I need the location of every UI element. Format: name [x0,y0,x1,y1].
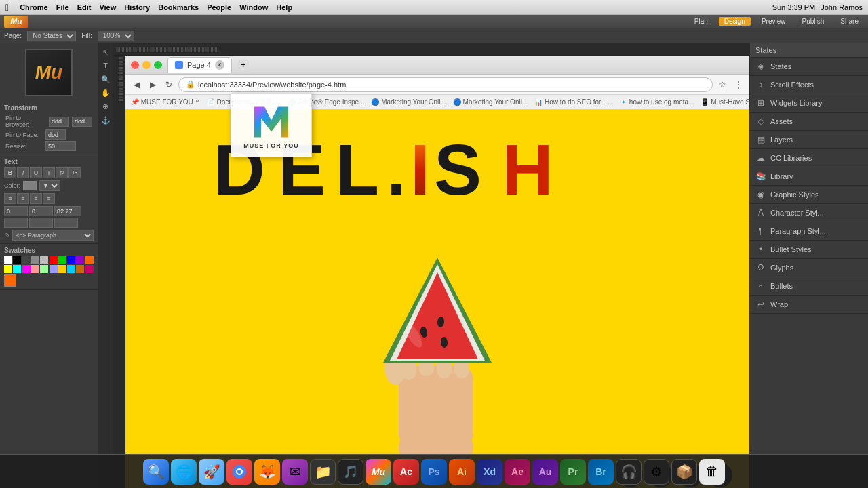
right-panel-item-glyphs[interactable]: ΩGlyphs [750,259,868,277]
dock-music[interactable]: 🎵 [338,459,363,485]
swatch-item[interactable] [58,265,66,273]
bookmark-marketing1[interactable]: 🔵 Marketing Your Onli... [370,98,447,106]
right-panel-item-states[interactable]: ◈States [750,58,868,76]
swatch-item[interactable] [58,256,66,264]
pin-browser-x-input[interactable] [49,117,69,127]
right-panel-item-character-styl...[interactable]: ACharacter Styl... [750,204,868,222]
dock-premiere[interactable]: Pr [560,459,586,485]
select-tool[interactable]: ↖ [100,46,112,58]
dock-audition[interactable]: Au [532,459,558,485]
right-panel-item-cc-libraries[interactable]: ☁CC Libraries [750,149,868,167]
right-panel-item-widgets-library[interactable]: ⊞Widgets Library [750,94,868,113]
right-panel-item-assets[interactable]: ◇Assets [750,113,868,131]
color-swatch[interactable] [23,181,37,190]
crop-tool[interactable]: ⊕ [100,100,112,113]
menu-bookmarks[interactable]: Bookmarks [158,3,199,12]
chrome-settings-btn[interactable]: ⋮ [732,78,745,92]
swatch-item[interactable] [50,256,58,264]
nav-back-btn[interactable]: ◀ [130,78,143,92]
tab-design[interactable]: Design [719,17,751,26]
menu-view[interactable]: View [99,3,116,12]
active-swatch[interactable] [4,274,16,287]
nav-forward-btn[interactable]: ▶ [146,78,159,92]
page-select[interactable]: No States [27,30,76,41]
menu-help[interactable]: Help [276,3,292,12]
swatch-item[interactable] [85,265,94,273]
text-sup-btn[interactable]: T² [56,167,68,178]
align-center-btn[interactable]: ≡ [17,193,29,204]
menu-people[interactable]: People [207,3,231,12]
tab-publish[interactable]: Publish [797,17,830,26]
text-style-btn[interactable]: T [43,167,55,178]
swatch-item[interactable] [22,265,31,273]
window-max-btn[interactable] [154,61,162,69]
indent-input[interactable] [4,218,28,228]
color-select[interactable]: ▼ [39,180,60,191]
right-panel-item-graphic-styles[interactable]: ◉Graphic Styles [750,186,868,204]
right-panel-item-scroll-effects[interactable]: ↕Scroll Effects [750,76,868,94]
dock-archive[interactable]: 📦 [671,459,697,485]
dock-safari[interactable]: 🌐 [171,459,197,485]
bookmark-marketing2[interactable]: 🔵 Marketing Your Onli... [452,98,529,106]
hand-tool[interactable]: ✋ [100,87,112,99]
swatch-item[interactable] [4,256,12,264]
chrome-tab-page4[interactable]: Page 4 ✕ [167,57,232,73]
resize-input[interactable] [45,141,76,151]
tab-plan[interactable]: Plan [689,17,713,26]
zoom-tool[interactable]: 🔍 [100,73,112,85]
dock-launchpad[interactable]: 🚀 [199,459,224,485]
text-italic-btn[interactable]: I [17,167,29,178]
swatch-item[interactable] [50,265,58,273]
chrome-tab-close-btn[interactable]: ✕ [215,60,224,70]
swatch-item[interactable] [67,265,75,273]
right-panel-item-bullet-styles[interactable]: •Bullet Styles [750,241,868,259]
font-size-input[interactable] [54,206,81,216]
window-close-btn[interactable] [131,61,139,69]
line-height-input[interactable] [4,206,28,216]
menu-window[interactable]: Window [239,3,268,12]
text-tool[interactable]: T [100,60,112,72]
swatch-item[interactable] [4,265,12,273]
bookmark-og[interactable]: 🔹 how to use og meta... [618,98,695,106]
align-right-btn[interactable]: ≡ [30,193,42,204]
menu-edit[interactable]: Edit [77,3,92,12]
swatch-item[interactable] [76,256,84,264]
swatch-item[interactable] [13,256,21,264]
swatch-item[interactable] [67,256,75,264]
apple-menu[interactable]:  [5,2,9,13]
url-bar[interactable]: 🔒 localhost:33334/Preview/website/page-4… [178,77,713,92]
dock-finder[interactable]: 🔍 [143,459,169,485]
right-panel-item-bullets[interactable]: ◦Bullets [750,277,868,296]
pin-page-input[interactable] [45,129,66,140]
menu-history[interactable]: History [124,3,150,12]
dock-mail[interactable]: ✉ [282,459,308,485]
swatch-item[interactable] [13,265,21,273]
tab-preview[interactable]: Preview [756,17,791,26]
letter-spacing-input[interactable] [29,206,53,216]
paragraph-style-select[interactable]: <p> Paragraph [12,230,94,241]
swatch-item[interactable] [40,256,48,264]
right-panel-item-layers[interactable]: ▤Layers [750,131,868,149]
dock-bridge[interactable]: Br [588,459,614,485]
dock-firefox[interactable]: 🦊 [254,459,280,485]
bookmark-social[interactable]: 📱 Must-Have Social M... [699,98,749,106]
align-left-btn[interactable]: ≡ [4,193,16,204]
dock-aftereffects[interactable]: Ae [505,459,530,485]
swatch-item[interactable] [85,256,94,264]
dock-chrome[interactable] [226,459,252,485]
star-btn[interactable]: ☆ [715,78,729,92]
text-underline-btn[interactable]: U [30,167,42,178]
menu-file[interactable]: File [56,3,69,12]
align-justify-btn[interactable]: ≡ [43,193,55,204]
tab-share[interactable]: Share [835,17,864,26]
window-min-btn[interactable] [142,61,151,69]
nav-refresh-btn[interactable]: ↻ [162,78,176,92]
dock-xd[interactable]: Xd [477,459,502,485]
dock-acrobat[interactable]: Ac [393,459,419,485]
pin-browser-y-input[interactable] [72,117,92,127]
new-tab-btn[interactable]: + [237,59,250,71]
text-bold-btn[interactable]: B [4,167,16,178]
swatch-item[interactable] [22,256,31,264]
right-panel-item-paragraph-styl...[interactable]: ¶Paragraph Styl... [750,222,868,241]
dock-trash[interactable]: 🗑 [699,459,725,485]
